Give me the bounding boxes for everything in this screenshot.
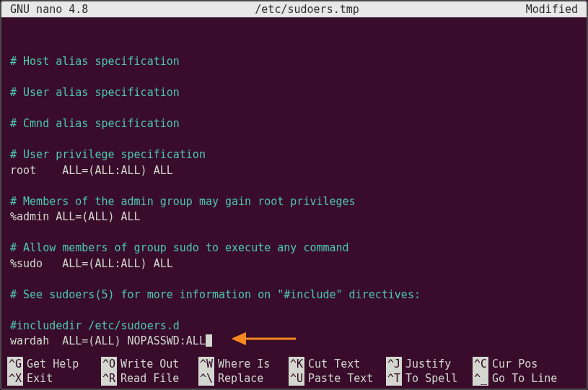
shortcut-where-is[interactable]: ^WWhere Is bbox=[198, 357, 289, 371]
modified-status: Modified bbox=[526, 3, 578, 16]
file-line: wardah ALL=(ALL) NOPASSWD:ALL bbox=[10, 334, 206, 347]
file-line: # User alias specification bbox=[10, 86, 180, 99]
shortcut-write-out[interactable]: ^OWrite Out bbox=[101, 357, 198, 371]
shortcut-exit[interactable]: ^XExit bbox=[7, 371, 101, 386]
file-line: # Host alias specification bbox=[10, 55, 180, 68]
shortcut-to-spell[interactable]: ^TTo Spell bbox=[386, 371, 473, 386]
shortcuts-row-2: ^XExit ^RRead File ^\Replace ^UPaste Tex… bbox=[7, 371, 581, 386]
file-line: #includedir /etc/sudoers.d bbox=[10, 319, 180, 332]
file-line: # User privilege specification bbox=[10, 148, 206, 161]
editor-name: GNU nano 4.8 bbox=[10, 3, 88, 16]
file-line: %admin ALL=(ALL) ALL bbox=[10, 210, 141, 223]
shortcut-replace[interactable]: ^\Replace bbox=[198, 371, 289, 386]
shortcut-paste-text[interactable]: ^UPaste Text bbox=[289, 371, 386, 386]
shortcut-read-file[interactable]: ^RRead File bbox=[101, 371, 198, 386]
title-bar: GNU nano 4.8 /etc/sudoers.tmp Modified bbox=[1, 1, 587, 17]
file-line: # Allow members of group sudo to execute… bbox=[10, 241, 349, 254]
shortcut-go-to-line[interactable]: ^_Go To Line bbox=[473, 371, 574, 386]
file-line: %sudo ALL=(ALL:ALL) ALL bbox=[10, 257, 173, 270]
shortcuts-row-1: ^GGet Help ^OWrite Out ^WWhere Is ^KCut … bbox=[7, 357, 581, 371]
shortcut-cur-pos[interactable]: ^CCur Pos bbox=[473, 357, 574, 371]
file-line: # Members of the admin group may gain ro… bbox=[10, 195, 356, 208]
shortcuts-bar: ^GGet Help ^OWrite Out ^WWhere Is ^KCut … bbox=[1, 357, 587, 386]
text-cursor bbox=[206, 334, 212, 347]
file-line: # Cmnd alias specification bbox=[10, 117, 180, 130]
shortcut-justify[interactable]: ^JJustify bbox=[386, 357, 473, 371]
file-path: /etc/sudoers.tmp bbox=[88, 3, 525, 16]
file-line: root ALL=(ALL:ALL) ALL bbox=[10, 164, 173, 177]
file-line: # See sudoers(5) for more information on… bbox=[10, 288, 421, 301]
shortcut-get-help[interactable]: ^GGet Help bbox=[7, 357, 101, 371]
editor-content[interactable]: # Host alias specification # User alias … bbox=[1, 17, 587, 350]
shortcut-cut-text[interactable]: ^KCut Text bbox=[289, 357, 386, 371]
